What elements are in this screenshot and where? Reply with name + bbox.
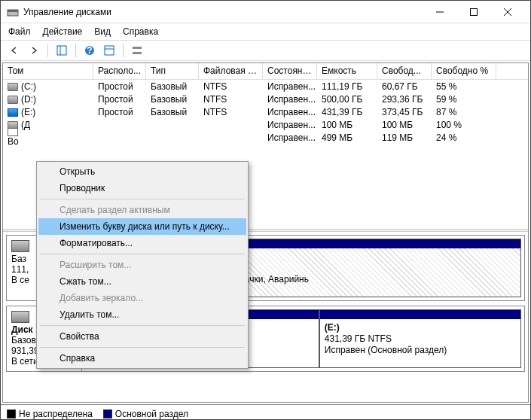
volume-icon: [8, 128, 18, 136]
ctx-shrink[interactable]: Сжать том...: [38, 273, 246, 290]
volume-row[interactable]: (D:)ПростойБазовыйNTFSИсправен...500,00 …: [3, 93, 528, 105]
volume-icon: [8, 83, 18, 91]
menu-help[interactable]: Справка: [117, 25, 164, 38]
content-area: Том Располо... Тип Файловая с... Состоян…: [2, 62, 529, 403]
volume-icon: [8, 96, 18, 104]
toolbar: ?: [1, 40, 530, 61]
col-filesystem[interactable]: Файловая с...: [199, 63, 263, 79]
ctx-properties[interactable]: Свойства: [38, 328, 246, 345]
maximize-button[interactable]: [456, 1, 490, 23]
forward-button[interactable]: [25, 42, 43, 59]
minimize-button[interactable]: [423, 1, 456, 23]
disk-1-status: В сети: [11, 356, 38, 367]
window-title: Управление дисками: [23, 7, 423, 17]
menu-file[interactable]: Файл: [2, 25, 37, 38]
ctx-change-letter[interactable]: Изменить букву диска или путь к диску...: [38, 218, 246, 235]
column-headers: Том Располо... Тип Файловая с... Состоян…: [3, 63, 528, 80]
svg-text:?: ?: [87, 45, 92, 56]
svg-rect-13: [133, 52, 142, 54]
menubar: Файл Действие Вид Справка: [1, 23, 530, 40]
ctx-make-active: Сделать раздел активным: [38, 202, 246, 218]
col-freepct[interactable]: Свободно %: [432, 63, 496, 79]
disk-icon: [11, 240, 29, 252]
partition-label: (E:): [325, 322, 340, 333]
menu-view[interactable]: Вид: [88, 25, 117, 38]
col-state[interactable]: Состояние: [263, 63, 317, 79]
volume-row[interactable]: (E:)ПростойБазовыйNTFSИсправен...431,39 …: [3, 105, 528, 118]
ctx-delete[interactable]: Удалить том...: [38, 306, 246, 323]
close-button[interactable]: [490, 1, 524, 23]
svg-rect-12: [133, 47, 142, 49]
legend-unallocated: Не распределена: [7, 409, 93, 419]
help-button[interactable]: ?: [81, 42, 99, 59]
volume-icon: [8, 108, 18, 117]
svg-rect-10: [105, 46, 114, 55]
col-volume[interactable]: Том: [3, 63, 93, 79]
volume-row[interactable]: ВоИсправен...499 МБ119 МБ24 %: [3, 131, 528, 144]
partition-state: Исправен (Основной раздел): [325, 345, 447, 355]
ctx-explorer[interactable]: Проводник: [38, 180, 246, 196]
list-button[interactable]: [128, 42, 146, 59]
app-icon: [7, 6, 19, 18]
ctx-open[interactable]: Открыть: [38, 163, 246, 180]
ctx-format[interactable]: Форматировать...: [38, 235, 246, 251]
col-free[interactable]: Свобод...: [377, 63, 432, 79]
disk-icon: [11, 311, 29, 323]
volume-row[interactable]: (C:)ПростойБазовыйNTFSИсправен...111,19 …: [3, 80, 528, 93]
col-type[interactable]: Тип: [146, 63, 199, 79]
context-menu: Открыть Проводник Сделать раздел активны…: [36, 161, 249, 369]
menu-action[interactable]: Действие: [37, 25, 89, 38]
layout-button[interactable]: [53, 42, 71, 59]
svg-rect-3: [470, 8, 477, 15]
partition-size: 431,39 ГБ NTFS: [325, 333, 392, 344]
disk-1-partition-e[interactable]: (E:) 431,39 ГБ NTFS Исправен (Основной р…: [319, 309, 521, 368]
svg-rect-1: [8, 10, 18, 12]
col-capacity[interactable]: Емкость: [317, 63, 377, 79]
back-button[interactable]: [5, 42, 23, 59]
titlebar: Управление дисками: [1, 1, 530, 23]
legend-primary: Основной раздел: [103, 409, 188, 419]
statusbar: Не распределена Основной раздел: [1, 404, 530, 420]
ctx-help[interactable]: Справка: [38, 350, 246, 367]
col-layout[interactable]: Располо...: [93, 63, 146, 79]
svg-rect-6: [57, 46, 66, 55]
settings-button[interactable]: [100, 42, 118, 59]
ctx-extend: Расширить том...: [38, 257, 246, 273]
ctx-mirror: Добавить зеркало...: [38, 290, 246, 306]
